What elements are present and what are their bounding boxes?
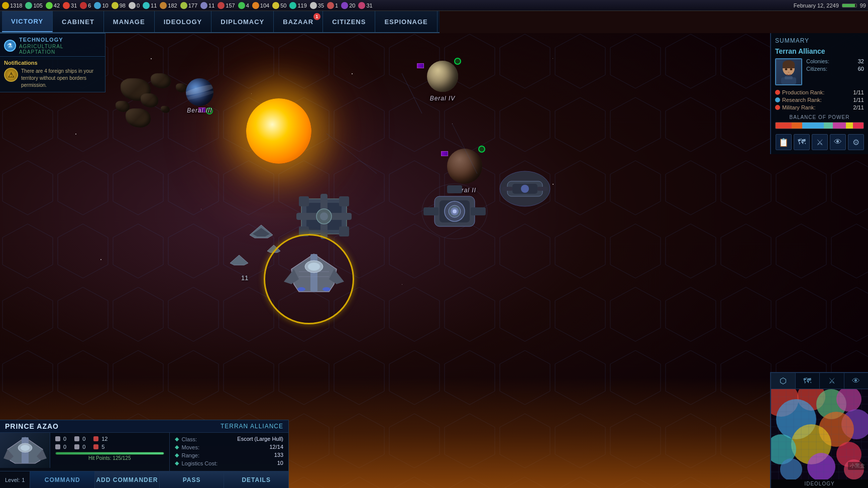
svg-marker-30	[230, 255, 248, 265]
date-value: February 12, 2249	[794, 3, 839, 9]
minimap-tabs: ⬡ 🗺 ⚔ 👁	[771, 373, 868, 389]
attack-value: 0	[63, 436, 66, 442]
production-value: 42	[54, 3, 60, 9]
star	[100, 259, 101, 260]
minimap-panel: ⬡ 🗺 ⚔ 👁 Ideology	[770, 372, 868, 488]
nav-ideology[interactable]: Ideology	[155, 11, 212, 32]
class-value: Escort (Large Hull)	[237, 436, 283, 442]
planet-beral3-label: Beral III	[186, 107, 213, 114]
svg-rect-25	[339, 196, 349, 206]
r12-icon	[327, 2, 334, 9]
defense-icon	[74, 436, 79, 441]
nav-manage[interactable]: Manage	[104, 11, 155, 32]
command-button[interactable]: Command	[30, 471, 95, 488]
battle-station-group[interactable]	[419, 181, 490, 241]
r14-icon	[358, 2, 365, 9]
r4-icon	[180, 2, 187, 9]
health-value: 99	[860, 3, 866, 9]
battle-station-svg	[419, 181, 490, 241]
selected-ship-container[interactable]	[281, 252, 347, 299]
resource-r1: 0	[129, 2, 140, 9]
svg-point-48	[785, 68, 788, 70]
nav-bazaar[interactable]: Bazaar 1	[274, 11, 323, 32]
colony-marker-beral2	[478, 146, 485, 153]
nav-diplomacy[interactable]: Diplomacy	[211, 11, 274, 32]
bazaar-badge: 1	[313, 13, 320, 20]
r12-value: 1	[335, 3, 338, 9]
pass-button[interactable]: Pass	[160, 471, 225, 488]
ship-group-top-right[interactable]	[497, 169, 553, 209]
star	[75, 134, 76, 135]
resource-food: 10	[94, 2, 108, 9]
credits-icon	[2, 2, 9, 9]
r1-icon	[129, 2, 136, 9]
defense-value: 0	[82, 436, 85, 442]
r10-value: 119	[297, 3, 306, 9]
nav-espionage[interactable]: Espionage	[375, 11, 437, 32]
svg-rect-8	[471, 207, 486, 215]
level-label: Level:	[5, 477, 20, 483]
food-icon	[94, 2, 101, 9]
add-commander-button[interactable]: Add Commander	[95, 471, 160, 488]
svg-rect-52	[785, 76, 793, 79]
r6-value: 157	[226, 3, 235, 9]
range-icon: ◆	[175, 452, 179, 458]
star	[553, 58, 553, 59]
ship-image	[0, 433, 50, 468]
planet-beral3[interactable]: Beral III	[186, 78, 213, 114]
avatar-svg	[776, 59, 801, 84]
tech-subtitle: Agricultural Adaptation	[19, 44, 101, 55]
production-rank-row: Production Rank: 1/11	[775, 89, 864, 95]
range-label: Range:	[182, 452, 199, 458]
balance-of-power: Balance of Power	[775, 114, 864, 129]
star	[402, 284, 402, 285]
minimap-tab-map[interactable]: 🗺	[796, 373, 820, 389]
asteroid	[161, 106, 170, 113]
r8-icon	[252, 2, 259, 9]
nav-citizens[interactable]: Citizens	[323, 11, 375, 32]
planet-beral4[interactable]: Beral IV	[427, 61, 458, 102]
r11-icon	[310, 2, 317, 9]
svg-point-49	[790, 68, 793, 70]
star	[251, 93, 252, 94]
minerals-icon	[112, 2, 119, 9]
scout-ship[interactable]	[249, 224, 274, 239]
r13-icon	[341, 2, 348, 9]
nav-victory[interactable]: Victory	[2, 11, 53, 32]
r8-value: 104	[260, 3, 269, 9]
r5-icon	[200, 2, 207, 9]
speed-value: 12	[101, 436, 107, 442]
moves-icon: ◆	[175, 444, 179, 450]
attack-icon	[55, 436, 60, 441]
moves-row: ◆Moves: 12/14	[175, 444, 284, 450]
resource-r12: 1	[327, 2, 338, 9]
r5-value: 11	[208, 3, 214, 9]
minimap-tab-spy[interactable]: 👁	[844, 373, 869, 389]
r3-stat-icon	[93, 444, 98, 449]
right-panel: Summary Terran Alliance	[770, 33, 868, 154]
production-rank-icon	[775, 90, 780, 95]
svg-rect-7	[423, 207, 439, 215]
details-button[interactable]: Details	[224, 471, 288, 488]
resource-credits: 1318	[2, 2, 22, 9]
svg-rect-16	[502, 187, 512, 191]
nav-cabinet[interactable]: Cabinet	[53, 11, 104, 32]
production-rank-value: 1/11	[853, 89, 864, 95]
range-row: ◆Range: 133	[175, 452, 284, 458]
scout-ship-2[interactable]	[229, 254, 249, 266]
moves-value: 12/14	[269, 444, 283, 450]
minimap-tab-hex[interactable]: ⬡	[771, 373, 796, 389]
faction-stats: Colonies: 32 Citizens: 60	[806, 58, 864, 85]
logistics-label: Logistics Cost:	[182, 460, 218, 466]
minimap-tab-combat[interactable]: ⚔	[820, 373, 844, 389]
rp-icon-summary[interactable]: 📋	[776, 134, 792, 150]
logistics-icon: ◆	[175, 460, 179, 466]
resource-r2: 11	[143, 2, 157, 9]
military-rank-icon	[775, 105, 780, 110]
rp-icon-extra[interactable]: ⚙	[848, 134, 864, 150]
rp-icon-map[interactable]: 🗺	[794, 134, 810, 150]
r2-icon	[143, 2, 150, 9]
rp-icon-spy[interactable]: 👁	[830, 134, 846, 150]
r9-icon	[272, 2, 279, 9]
rp-icon-ships[interactable]: ⚔	[812, 134, 828, 150]
